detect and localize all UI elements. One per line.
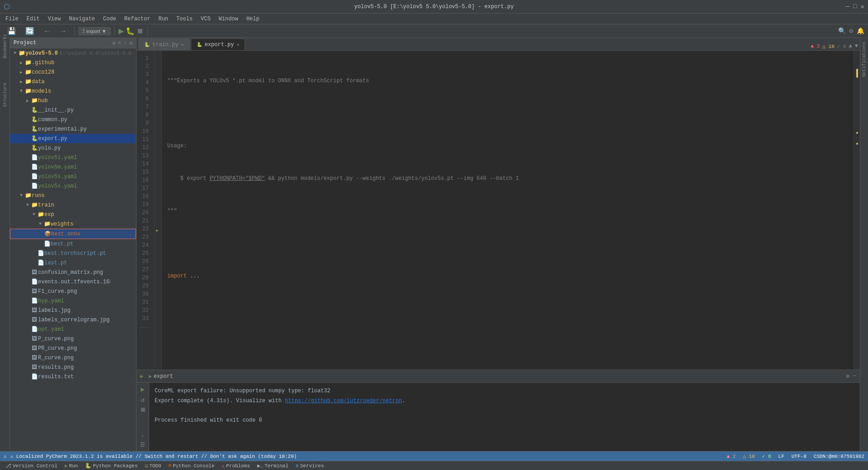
search-icon[interactable]: 🔍 (838, 27, 846, 35)
structure-icon[interactable]: Structure (0, 90, 9, 99)
menu-run[interactable]: Run (155, 15, 172, 23)
code-editor[interactable]: 12345 678910 1112131415 1617181920 21222… (137, 51, 860, 370)
tabs-bar: 🐍 train.py ✕ 🐍 export.py ✕ ▲ 2 △ 10 ✓ 6 … (137, 38, 860, 51)
chevron-up-icon[interactable]: ▲ (849, 43, 852, 49)
tab-export-close[interactable]: ✕ (236, 42, 239, 47)
tree-item-coco128[interactable]: ▶ 📁 coco128 (10, 67, 136, 77)
tree-item-export[interactable]: 🐍 export.py (10, 134, 136, 143)
tree-item-exp[interactable]: ▼ 📁 exp (10, 210, 136, 219)
notifications-label[interactable]: Notifications (862, 40, 867, 79)
tree-item-results-txt[interactable]: 📄 results.txt (10, 372, 136, 381)
python-console-btn[interactable]: ⌘ Python Console (165, 463, 218, 469)
settings-icon[interactable]: ⚙ (849, 27, 853, 35)
menu-window[interactable]: Window (215, 15, 242, 23)
run-button[interactable]: ▶ (118, 27, 124, 35)
tree-item-yolov5l[interactable]: 📄 yolov5l.yaml (10, 153, 136, 162)
toolbar-sync-btn[interactable]: 🔄 (22, 26, 38, 36)
error-status: ▲ 2 (726, 454, 736, 459)
tree-item-best-pt[interactable]: 📄 best.pt (10, 239, 136, 249)
tab-train-close[interactable]: ✕ (181, 42, 184, 47)
maximize-button[interactable]: □ (853, 3, 857, 10)
version-control-btn[interactable]: ⎇ Version Control (2, 463, 61, 469)
tab-export-label: export.py (205, 42, 234, 48)
run-filter-icon[interactable]: ☰ (140, 442, 145, 448)
toolbar-forward-btn[interactable]: → (56, 26, 71, 36)
tree-item-prcurve[interactable]: 🖼 PR_curve.png (10, 343, 136, 353)
tree-item-data[interactable]: ▶ 📁 data (10, 77, 136, 86)
tree-item-events[interactable]: 📄 events.out.tfevents.1686884260.DESKTO.… (10, 277, 136, 287)
todo-btn[interactable]: ☑ TODO (142, 463, 165, 469)
python-packages-btn[interactable]: 🐍 Python Packages (81, 463, 141, 469)
menu-view[interactable]: View (44, 15, 65, 23)
tree-item-common[interactable]: 🐍 common.py (10, 115, 136, 124)
tree-item-labels-corr[interactable]: 🖼 labels_correlogram.jpg (10, 315, 136, 324)
tree-item-results-png[interactable]: 🖼 results.png (10, 362, 136, 372)
menu-tools[interactable]: Tools (173, 15, 196, 23)
tree-item-runs[interactable]: ▼ 📁 runs (10, 191, 136, 200)
run-rerun-icon[interactable]: ↺ (141, 396, 144, 404)
menu-edit[interactable]: Edit (23, 15, 43, 23)
tree-item-hyp[interactable]: 📄 hyp.yaml (10, 296, 136, 306)
tree-item-train[interactable]: ▼ 📁 train (10, 200, 136, 210)
run-close-icon[interactable]: — (853, 373, 856, 380)
menu-file[interactable]: File (2, 15, 22, 23)
tree-item-yolov5x[interactable]: 📄 yolov5x.yaml (10, 181, 136, 191)
run-stop-icon[interactable]: ⏹ (140, 406, 146, 414)
close-button[interactable]: ✕ (861, 3, 864, 10)
run-netron-link[interactable]: https://github.com/lutzroeder/netron (285, 398, 402, 404)
run-btn[interactable]: ▶ Run (61, 463, 81, 469)
run-panel-tab[interactable]: ▶ export (149, 373, 173, 380)
tree-item-opt[interactable]: 📄 opt.yaml (10, 324, 136, 334)
tree-item-best-onnx[interactable]: 📦 best.onnx (10, 229, 136, 239)
menu-navigate[interactable]: Navigate (65, 15, 99, 23)
utf8-indicator[interactable]: UTF-8 (792, 454, 807, 459)
tree-item-github[interactable]: ▶ 📁 .github (10, 58, 136, 67)
toolbar-back-btn[interactable]: ← (40, 26, 54, 36)
notifications-icon[interactable]: 🔔 (857, 27, 864, 35)
project-expand-icon[interactable]: ≡ (118, 40, 121, 46)
code-line-8 (162, 305, 854, 313)
tree-item-pcurve[interactable]: 🖼 P_curve.png (10, 334, 136, 343)
problems-btn[interactable]: ⚠ Problems (218, 463, 254, 469)
tree-item-labels[interactable]: 🖼 labels.jpg (10, 306, 136, 315)
tree-item-yolov5s[interactable]: 📄 yolov5s.yaml (10, 172, 136, 181)
services-btn[interactable]: ⚙ Services (292, 463, 327, 469)
tab-export-py[interactable]: 🐍 export.py ✕ (191, 38, 245, 50)
run-scroll-end-icon[interactable]: ↓ (141, 432, 144, 439)
project-settings-icon[interactable]: ⚙ (113, 40, 116, 46)
tree-item-init[interactable]: 🐍 __init__.py (10, 105, 136, 115)
tree-item-best-torchscript[interactable]: 📄 best.torchscript.pt (10, 249, 136, 258)
tree-item-models[interactable]: ▼ 📁 models (10, 86, 136, 96)
tree-item-last[interactable]: 📄 last.pt (10, 258, 136, 268)
tree-item-rcurve[interactable]: 🖼 R_curve.png (10, 353, 136, 362)
tab-train-py[interactable]: 🐍 train.py ✕ (138, 38, 190, 50)
run-play-icon[interactable]: ▶ (141, 385, 144, 393)
lf-indicator[interactable]: LF (778, 454, 784, 459)
menu-help[interactable]: Help (243, 15, 263, 23)
bookmarks-icon[interactable]: Bookmarks (0, 42, 9, 51)
tab-export-icon: 🐍 (197, 42, 202, 47)
chevron-down-icon[interactable]: ▼ (855, 43, 858, 49)
tree-item-experimental[interactable]: 🐍 experimental.py (10, 124, 136, 134)
menu-refactor[interactable]: Refactor (121, 15, 154, 23)
run-icon: ▶ (149, 373, 152, 379)
menu-vcs[interactable]: VCS (197, 15, 214, 23)
terminal-btn[interactable]: ▶_ Terminal (254, 463, 292, 469)
project-sort-icon[interactable]: ↕ (124, 40, 127, 46)
toolbar-git-btn[interactable]: ⤴ export ▼ (78, 27, 111, 35)
debug-button[interactable]: 🐛 (126, 27, 135, 35)
tree-item-yolo[interactable]: 🐍 yolo.py (10, 143, 136, 153)
stop-button[interactable]: ⏹ (137, 27, 144, 35)
tree-item-yolov5m[interactable]: 📄 yolov5m.yaml (10, 162, 136, 172)
minimize-button[interactable]: — (846, 3, 849, 10)
tree-item-f1[interactable]: 🖼 F1_curve.png (10, 287, 136, 296)
tree-item-hub[interactable]: ▶ 📁 hub (10, 96, 136, 105)
menu-code[interactable]: Code (99, 15, 120, 23)
code-content[interactable]: """Exports a YOLOv5 *.pt model to ONNX a… (162, 51, 854, 370)
tree-item-confusion[interactable]: 🖼 confusion_matrix.png (10, 268, 136, 277)
window-controls[interactable]: — □ ✕ (846, 3, 864, 10)
tree-item-root[interactable]: ▼ 📁 yolov5-5.0 E:\yolov5 5.0\yolov5-5.0 (10, 48, 136, 58)
project-gear-icon[interactable]: ⚙ (129, 40, 132, 46)
run-settings-icon[interactable]: ⚙ (846, 373, 849, 380)
tree-item-weights[interactable]: ▼ 📁 weights (10, 219, 136, 229)
